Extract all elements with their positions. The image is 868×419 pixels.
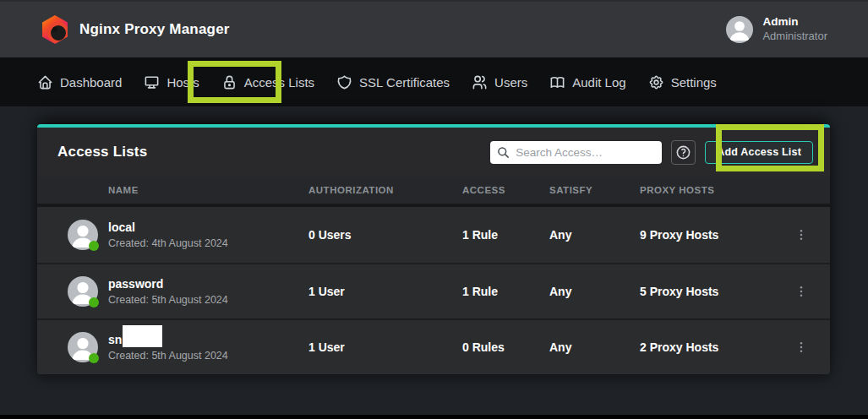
access-list-created: Created: 4th August 2024	[108, 236, 308, 251]
nav-label: Access Lists	[244, 75, 314, 90]
column-header-satisfy: SATISFY	[549, 185, 640, 195]
nav-label: Hosts	[167, 75, 199, 90]
access-value: 1 Rule	[462, 285, 549, 298]
monitor-icon	[144, 74, 160, 90]
proxy-hosts-value: 9 Proxy Hosts	[640, 228, 772, 242]
nav-item-access-lists[interactable]: Access Lists	[221, 74, 314, 90]
access-list-avatar	[68, 332, 98, 362]
nav-item-audit-log[interactable]: Audit Log	[549, 74, 625, 90]
panel-tools: Add Access List	[490, 140, 813, 165]
table-row-password[interactable]: password Created: 5th August 2024 1 User…	[37, 263, 830, 318]
nav-item-dashboard[interactable]: Dashboard	[37, 74, 122, 90]
nav-label: Audit Log	[572, 75, 625, 90]
home-icon	[37, 74, 53, 90]
page-title: Access Lists	[57, 144, 147, 161]
kebab-icon	[794, 285, 808, 298]
proxy-hosts-value: 5 Proxy Hosts	[640, 285, 772, 298]
access-list-name: local	[108, 219, 135, 236]
users-icon	[472, 74, 488, 90]
app-title: Nginx Proxy Manager	[79, 21, 230, 38]
column-header-name: NAME	[108, 185, 308, 195]
add-access-list-button[interactable]: Add Access List	[705, 141, 813, 164]
row-menu-button[interactable]	[791, 225, 811, 245]
column-header-authorization: AUTHORIZATION	[308, 185, 462, 195]
nav-item-ssl-certificates[interactable]: SSL Certificates	[336, 74, 450, 90]
search-box	[490, 141, 662, 164]
app-window: Nginx Proxy Manager Admin Administrator …	[0, 0, 868, 419]
authorization-value: 1 User	[308, 285, 462, 298]
column-header-proxy-hosts: PROXY HOSTS	[640, 185, 772, 195]
help-icon	[675, 144, 691, 161]
redaction-box	[123, 325, 162, 347]
table-row-local[interactable]: local Created: 4th August 2024 0 Users 1…	[37, 207, 830, 263]
app-logo-icon	[41, 15, 69, 44]
access-list-avatar	[68, 276, 98, 307]
shield-icon	[336, 74, 352, 90]
user-menu[interactable]: Admin Administrator	[726, 15, 827, 43]
authorization-value: 1 User	[308, 340, 462, 354]
access-list-created: Created: 5th August 2024	[108, 348, 308, 363]
satisfy-value: Any	[549, 285, 640, 298]
table-header-row: NAME AUTHORIZATION ACCESS SATISFY PROXY …	[37, 177, 830, 207]
nav-label: SSL Certificates	[359, 75, 450, 90]
book-icon	[549, 74, 565, 90]
user-role: Administrator	[762, 30, 827, 43]
kebab-icon	[794, 340, 808, 354]
nav-item-settings[interactable]: Settings	[648, 74, 717, 90]
lock-icon	[221, 74, 237, 90]
nav-label: Users	[494, 75, 527, 90]
access-list-created: Created: 5th August 2024	[108, 292, 308, 307]
access-list-name: sn	[108, 331, 122, 348]
nav-label: Settings	[671, 75, 717, 90]
status-online-dot	[89, 297, 99, 307]
bottom-edge	[0, 415, 868, 419]
access-value: 0 Rules	[462, 340, 549, 354]
search-input[interactable]	[516, 146, 655, 159]
panel-header: Access Lists Add Access List	[37, 128, 830, 177]
user-avatar-icon	[726, 16, 753, 43]
row-menu-button[interactable]	[791, 337, 811, 357]
row-menu-button[interactable]	[791, 281, 811, 302]
user-name: Admin	[762, 15, 827, 30]
access-list-avatar	[68, 220, 98, 250]
kebab-icon	[794, 228, 808, 242]
table-row-sn[interactable]: sn Created: 5th August 2024 1 User 0 Rul…	[37, 318, 830, 374]
search-icon	[497, 146, 510, 159]
status-online-dot	[89, 353, 99, 363]
authorization-value: 0 Users	[308, 228, 462, 242]
satisfy-value: Any	[549, 340, 640, 354]
main-nav: Dashboard Hosts Access Lists SSL Certifi…	[0, 57, 868, 106]
status-online-dot	[89, 241, 99, 251]
satisfy-value: Any	[549, 228, 640, 242]
nav-label: Dashboard	[60, 75, 122, 90]
nav-item-users[interactable]: Users	[472, 74, 527, 90]
help-button[interactable]	[671, 140, 696, 165]
content-area: Access Lists Add Access List NAME AUTHOR…	[37, 124, 830, 374]
brand[interactable]: Nginx Proxy Manager	[41, 15, 230, 44]
topbar: Nginx Proxy Manager Admin Administrator	[0, 0, 868, 57]
nav-item-hosts[interactable]: Hosts	[144, 74, 199, 90]
access-value: 1 Rule	[462, 228, 549, 242]
access-lists-panel: Access Lists Add Access List NAME AUTHOR…	[37, 124, 830, 374]
access-list-name: password	[108, 275, 163, 292]
column-header-access: ACCESS	[462, 185, 549, 195]
proxy-hosts-value: 2 Proxy Hosts	[640, 340, 772, 354]
gear-icon	[648, 74, 664, 90]
